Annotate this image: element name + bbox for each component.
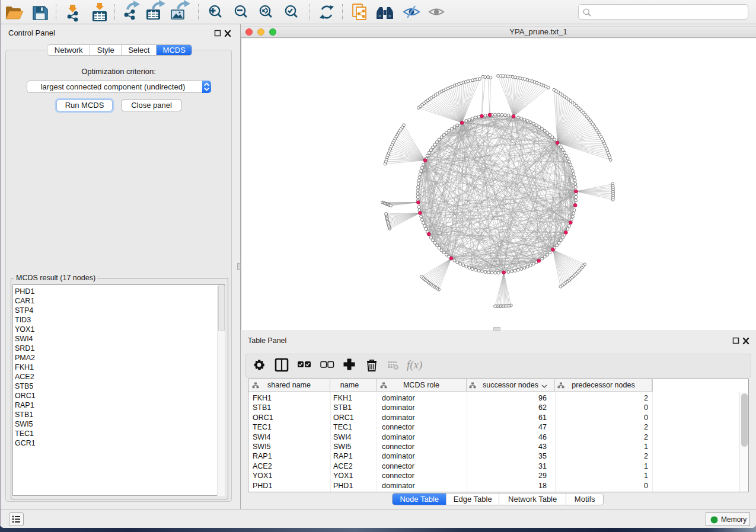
svg-text:f(x): f(x): [407, 358, 422, 371]
